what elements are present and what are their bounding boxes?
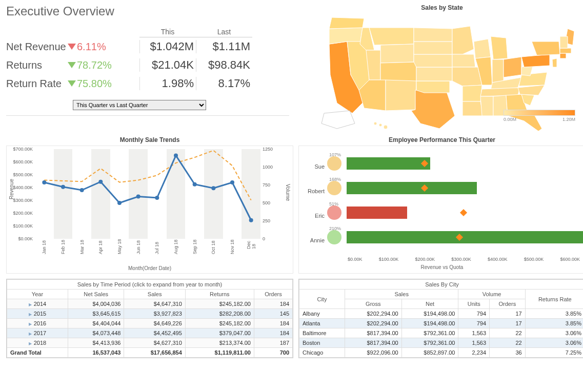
revenue-point[interactable] <box>42 180 46 184</box>
revenue-point[interactable] <box>211 186 215 190</box>
expand-icon[interactable]: ▶ <box>29 332 32 336</box>
state-pa[interactable] <box>521 54 550 67</box>
employee-name: Robert <box>301 188 325 194</box>
revenue-point[interactable] <box>117 201 122 205</box>
revenue-bar[interactable] <box>347 182 477 194</box>
table-row[interactable]: Chicago$922,096.00$852,897.002,234367.25… <box>299 348 584 358</box>
state-tx[interactable] <box>411 90 455 129</box>
employee-row[interactable]: Sue107% <box>327 151 580 176</box>
table-row[interactable]: ▶2016$4,404,044$4,649,226$245,182.00184 <box>7 319 293 328</box>
xtick: Nov 18 <box>230 239 235 254</box>
legend-min: 0.00M <box>504 117 516 122</box>
state-oh[interactable] <box>504 57 521 77</box>
table-row[interactable]: ▶2017$4,073,448$4,452,495$379,047.00184 <box>7 328 293 338</box>
kpi-last: 8.17% <box>196 77 252 90</box>
state-hi[interactable] <box>374 122 388 129</box>
employee-performance-title: Employee Performance This Quarter <box>298 136 583 143</box>
volume-line[interactable] <box>44 151 251 200</box>
period-select[interactable]: This Quarter vs Last Quarter <box>73 100 206 110</box>
state-ny[interactable] <box>532 42 560 55</box>
expand-icon[interactable]: ▶ <box>29 341 32 346</box>
page-title: Executive Overview <box>6 4 289 18</box>
state-ms[interactable] <box>480 96 493 116</box>
sales-by-period-table[interactable]: Sales by Time Period (click to expand fr… <box>7 279 293 358</box>
monthly-trends-chart[interactable]: Revenue Volume Month(Order Date) $0.00K$… <box>6 146 293 274</box>
table-header[interactable]: Net Sales <box>68 290 124 299</box>
table-header[interactable]: Year <box>7 290 68 299</box>
state-nm[interactable] <box>386 80 416 111</box>
table-row[interactable]: ▶2014$4,004,036$4,647,310$245,182.00184 <box>7 299 293 309</box>
state-vt-nh[interactable] <box>560 36 568 48</box>
kpi-label: Returns <box>6 59 68 71</box>
kpi-header-last: Last <box>196 28 252 37</box>
state-mi[interactable] <box>491 36 508 59</box>
state-ok[interactable] <box>416 81 450 93</box>
revenue-point[interactable] <box>193 182 197 187</box>
table-header[interactable]: Sales <box>124 290 185 299</box>
table-row[interactable]: Boston$817,394.00$792,361.001,563223.06% <box>299 338 584 348</box>
state-in[interactable] <box>492 59 504 82</box>
expand-icon[interactable]: ▶ <box>29 312 32 317</box>
state-ak[interactable] <box>321 111 355 129</box>
state-ks[interactable] <box>416 67 452 81</box>
kpi-row: Returns78.72%$21.04K$98.84K <box>6 56 289 74</box>
table-row[interactable]: Atlanta$202,294.00$194,498.00794173.85% <box>299 319 584 328</box>
state-wa[interactable] <box>329 17 364 29</box>
state-la[interactable] <box>463 101 483 116</box>
state-ia[interactable] <box>452 54 475 67</box>
expand-icon[interactable]: ▶ <box>29 322 32 326</box>
expand-icon[interactable]: ▶ <box>29 302 32 307</box>
revenue-point[interactable] <box>98 180 103 184</box>
bullet-xtick: $0.00K <box>348 257 363 262</box>
employee-status-icon <box>327 230 341 244</box>
period-dropdown[interactable]: This Quarter vs Last Quarter <box>73 100 206 110</box>
state-nj[interactable] <box>552 58 557 67</box>
state-wy[interactable] <box>380 44 414 63</box>
revenue-line[interactable] <box>44 156 251 220</box>
revenue-bar[interactable] <box>347 207 407 219</box>
employee-performance-chart[interactable]: Sue107%Robert168%Eric51%Annie210% $0.00K… <box>298 146 583 274</box>
state-co[interactable] <box>380 62 416 82</box>
state-nc[interactable] <box>518 85 545 95</box>
ytick-right: 1250 <box>263 147 275 152</box>
state-sd[interactable] <box>414 42 452 54</box>
state-ct[interactable] <box>560 53 566 58</box>
city-header-sales: Sales <box>345 290 458 299</box>
revenue-bar[interactable] <box>347 157 430 170</box>
state-mt[interactable] <box>369 28 414 45</box>
state-mn[interactable] <box>452 26 474 54</box>
revenue-point[interactable] <box>249 218 253 222</box>
table-header[interactable]: Returns <box>185 290 254 299</box>
svg-point-1 <box>379 123 382 127</box>
kpi-change: 78.72% <box>68 59 139 71</box>
revenue-point[interactable] <box>61 185 65 189</box>
revenue-point[interactable] <box>136 195 140 199</box>
state-ma[interactable] <box>560 48 571 53</box>
employee-name: Annie <box>301 237 325 243</box>
revenue-point[interactable] <box>80 188 84 192</box>
table-row[interactable]: ▶2015$3,645,615$3,927,823$282,208.00145 <box>7 309 293 319</box>
revenue-point[interactable] <box>230 180 234 184</box>
sales-by-city-table[interactable]: Sales By City City Sales Volume Returns … <box>299 279 583 358</box>
state-ne[interactable] <box>414 54 452 67</box>
revenue-bar[interactable] <box>347 231 583 243</box>
table-row[interactable]: ▶2018$4,413,936$4,627,310$213,374.00187 <box>7 338 293 348</box>
city-header-orders: Orders <box>490 299 526 309</box>
employee-pct: 210% <box>329 226 341 231</box>
xtick: Apr 18 <box>98 240 103 254</box>
table-row[interactable]: Baltimore$817,394.00$792,361.001,563223.… <box>299 328 584 338</box>
xtick: May 18 <box>117 239 122 254</box>
state-ar[interactable] <box>463 85 482 101</box>
employee-row[interactable]: Annie210% <box>327 225 580 250</box>
table-header[interactable]: Orders <box>254 290 292 299</box>
state-wi[interactable] <box>474 39 491 58</box>
employee-row[interactable]: Robert168% <box>327 176 580 200</box>
state-mo[interactable] <box>452 67 482 86</box>
xtick: Aug 18 <box>173 239 178 254</box>
ytick-left: $400.00K <box>7 185 33 190</box>
state-nd[interactable] <box>414 28 452 42</box>
revenue-point[interactable] <box>174 154 178 158</box>
table-row[interactable]: Albany$202,294.00$194,498.00794173.85% <box>299 309 584 319</box>
revenue-point[interactable] <box>155 196 159 200</box>
employee-row[interactable]: Eric51% <box>327 200 580 225</box>
